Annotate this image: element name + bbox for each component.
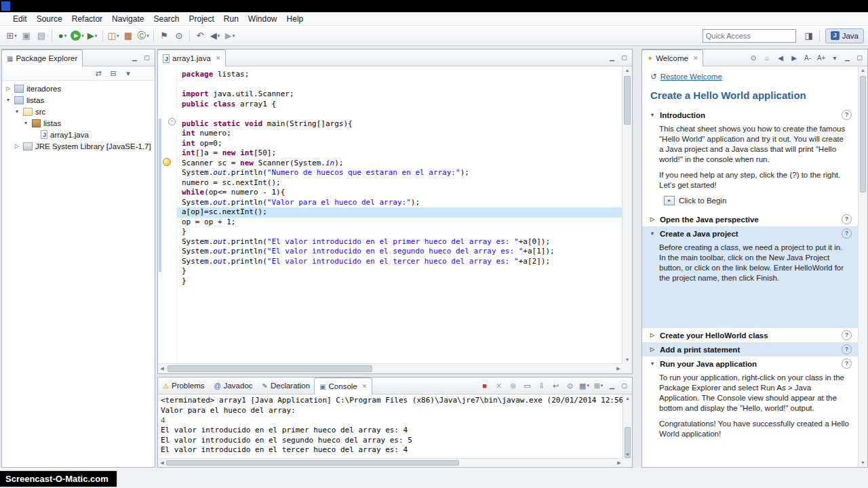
scroll-lock-icon[interactable]: ⇩ bbox=[535, 380, 548, 392]
menu-navigate[interactable]: Navigate bbox=[107, 14, 149, 24]
close-icon[interactable]: ✕ bbox=[362, 383, 368, 390]
code-line-6[interactable]: public static void main(String[]args){ bbox=[182, 119, 623, 129]
forward-icon[interactable]: ▶▾ bbox=[222, 28, 237, 43]
editor-hscrollbar[interactable]: ◀ ▶ bbox=[158, 363, 623, 373]
open-task-icon[interactable]: ⚑ bbox=[157, 28, 172, 43]
enlarge-text-icon[interactable]: A+ bbox=[815, 52, 827, 64]
forward-icon[interactable]: ▶ bbox=[788, 52, 800, 64]
minimize-icon[interactable]: ▁ bbox=[608, 54, 616, 61]
tab-package-explorer[interactable]: ▦ Package Explorer bbox=[1, 49, 83, 66]
minimize-icon[interactable]: ▁ bbox=[843, 54, 852, 61]
tree-item-src[interactable]: ▾src bbox=[2, 106, 155, 117]
code-line-11[interactable]: System.out.println("Numero de huecos que… bbox=[182, 168, 623, 178]
menu-window[interactable]: Window bbox=[243, 14, 282, 24]
print-icon[interactable]: ▤ bbox=[34, 28, 49, 43]
welcome-section-header-add-a-print-statement[interactable]: ▷Add a print statement? bbox=[642, 342, 859, 357]
maximize-icon[interactable]: ▢ bbox=[855, 54, 864, 61]
twisty-icon[interactable]: ▷ bbox=[649, 346, 656, 352]
scrollbar-thumb[interactable] bbox=[167, 365, 372, 372]
scroll-left-icon[interactable]: ◀ bbox=[158, 364, 166, 373]
collapse-all-icon[interactable]: ⊟ bbox=[107, 68, 119, 79]
expander-icon[interactable]: ▾ bbox=[22, 120, 29, 126]
terminate-icon[interactable]: ■ bbox=[478, 380, 491, 392]
menu-search[interactable]: Search bbox=[149, 14, 184, 24]
welcome-section-header-create-your-helloworld-class[interactable]: ▷Create your HelloWorld class? bbox=[642, 328, 859, 342]
display-selected-console-icon-dropdown[interactable]: ▾ bbox=[587, 383, 589, 388]
restore-welcome-link[interactable]: ↺ Restore Welcome bbox=[650, 72, 859, 81]
scroll-down-icon[interactable]: ▼ bbox=[859, 459, 867, 467]
open-console-icon-dropdown[interactable]: ▾ bbox=[601, 383, 604, 388]
tree-item-jre-system-library-javase-1-7[interactable]: ▷JRE System Library [JavaSE-1.7] bbox=[2, 140, 155, 152]
back-icon[interactable]: ◀▾ bbox=[208, 28, 222, 43]
maximize-icon[interactable]: ▢ bbox=[142, 54, 151, 61]
back-icon-dropdown[interactable]: ▾ bbox=[218, 33, 220, 39]
welcome-section-header-run-your-java-application[interactable]: ▾Run your Java application? bbox=[642, 357, 859, 371]
new-package-icon[interactable]: ▦ bbox=[121, 28, 136, 43]
code-line-2[interactable] bbox=[182, 80, 623, 90]
fold-minus-icon[interactable]: − bbox=[168, 118, 176, 125]
minimize-icon[interactable]: ▁ bbox=[130, 54, 139, 61]
display-selected-console-icon[interactable]: ▦▾ bbox=[578, 380, 591, 392]
code-line-21[interactable]: } bbox=[182, 266, 623, 277]
home-icon[interactable]: ⌂ bbox=[761, 52, 773, 64]
maximize-icon[interactable]: ▢ bbox=[620, 382, 629, 389]
tab-javadoc[interactable]: @Javadoc bbox=[210, 378, 258, 394]
code-line-5[interactable] bbox=[182, 109, 623, 119]
new-java-project-icon[interactable]: ◫▾ bbox=[106, 28, 121, 43]
menu-edit[interactable]: Edit bbox=[8, 14, 32, 24]
new-java-project-icon-dropdown[interactable]: ▾ bbox=[117, 33, 119, 39]
menu-run[interactable]: Run bbox=[219, 14, 243, 24]
code-line-19[interactable]: System.out.println("El valor introducido… bbox=[182, 247, 623, 257]
close-icon[interactable]: ✕ bbox=[693, 55, 698, 62]
minimize-icon[interactable]: ▁ bbox=[608, 382, 616, 389]
welcome-section-header-open-the-java-perspective[interactable]: ▷Open the Java perspective? bbox=[642, 212, 859, 226]
pin-console-icon[interactable]: ⊙ bbox=[564, 380, 576, 392]
new-wizard-icon-dropdown[interactable]: ▾ bbox=[14, 33, 17, 39]
code-line-8[interactable]: int op=0; bbox=[182, 139, 623, 149]
scroll-down-icon[interactable]: ▼ bbox=[623, 451, 632, 459]
debug-icon-dropdown[interactable]: ▾ bbox=[64, 33, 67, 39]
welcome-section-header-introduction[interactable]: ▾Introduction? bbox=[642, 108, 859, 122]
twisty-icon[interactable]: ▷ bbox=[649, 332, 656, 338]
tab-console[interactable]: ▣Console✕ bbox=[314, 378, 372, 394]
code-area[interactable]: package listas; import java.util.Scanner… bbox=[177, 66, 623, 364]
save-icon[interactable]: ▣ bbox=[19, 28, 34, 43]
scrollbar-thumb[interactable] bbox=[860, 76, 866, 192]
tree-item-listas[interactable]: ▾listas bbox=[2, 94, 155, 106]
reduce-text-icon[interactable]: A- bbox=[802, 52, 814, 64]
scroll-up-icon[interactable]: ▲ bbox=[623, 394, 632, 403]
run-external-tools-icon-dropdown[interactable]: ▾ bbox=[95, 33, 98, 39]
tab-declaration[interactable]: ✎Declaration bbox=[258, 378, 315, 394]
menu-help[interactable]: Help bbox=[282, 14, 309, 24]
help-icon[interactable]: ? bbox=[842, 228, 852, 239]
twisty-icon[interactable]: ▷ bbox=[649, 216, 656, 222]
word-wrap-icon[interactable]: ↩ bbox=[549, 380, 562, 392]
remove-launch-icon[interactable]: ✕ bbox=[492, 380, 505, 392]
scrollbar-thumb[interactable] bbox=[166, 460, 459, 466]
open-perspective-icon[interactable]: ◨ bbox=[802, 28, 816, 43]
run-external-tools-icon[interactable]: ▶▾ bbox=[85, 28, 100, 43]
view-menu-icon[interactable]: ▾ bbox=[829, 52, 841, 64]
new-class-icon[interactable]: Ⓒ▾ bbox=[136, 28, 151, 43]
editor-vscrollbar[interactable]: ▲ ▼ bbox=[622, 66, 632, 364]
code-line-12[interactable]: numero = sc.nextInt(); bbox=[182, 178, 623, 188]
welcome-vscrollbar[interactable]: ▲ ▼ bbox=[858, 66, 867, 467]
forward-icon-dropdown[interactable]: ▾ bbox=[233, 33, 235, 39]
debug-icon[interactable]: ●▾ bbox=[55, 28, 70, 43]
pin-icon[interactable]: ⊙ bbox=[747, 52, 760, 64]
code-line-14[interactable]: System.out.println("Valor para el hueco … bbox=[182, 198, 623, 208]
scroll-right-icon[interactable]: ▶ bbox=[615, 459, 623, 467]
scroll-left-icon[interactable]: ◀ bbox=[158, 459, 166, 467]
expander-icon[interactable]: ▷ bbox=[5, 85, 12, 92]
menu-source[interactable]: Source bbox=[32, 14, 67, 24]
search-icon[interactable]: ⊙ bbox=[172, 28, 186, 43]
tab-problems[interactable]: ⚠Problems bbox=[158, 378, 210, 394]
expander-icon[interactable]: ▾ bbox=[5, 97, 12, 103]
code-line-15[interactable]: a[op]=sc.nextInt(); bbox=[177, 207, 623, 218]
code-line-10[interactable]: Scanner sc = new Scanner(System.in); bbox=[182, 159, 623, 169]
console-hscrollbar[interactable]: ◀ ▶ bbox=[158, 458, 623, 467]
remove-all-launches-icon[interactable]: ⊗ bbox=[507, 380, 519, 392]
quick-access-input[interactable] bbox=[703, 29, 796, 43]
help-icon[interactable]: ? bbox=[842, 344, 852, 354]
new-class-icon-dropdown[interactable]: ▾ bbox=[146, 33, 149, 39]
